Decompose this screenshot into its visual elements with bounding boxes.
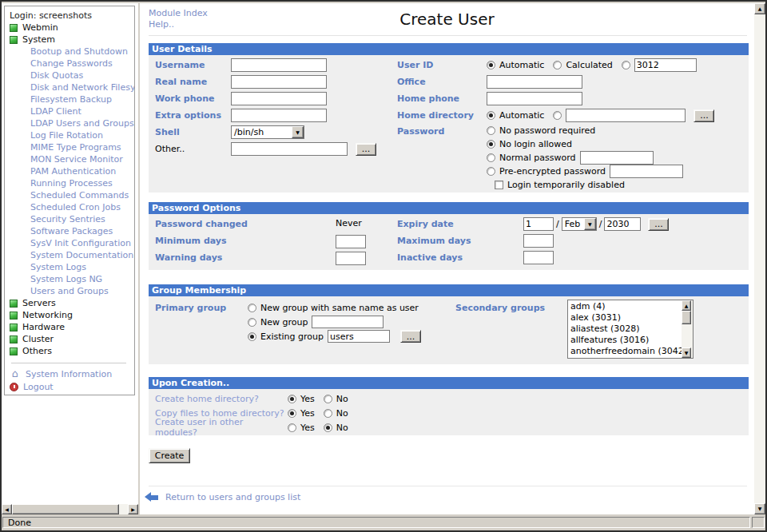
- scrollbar-thumb[interactable]: [682, 311, 691, 324]
- create-in-other-modules-yes-radio[interactable]: [288, 423, 296, 432]
- maximum-days-input[interactable]: [523, 234, 554, 248]
- maximum-days-label: Maximum days: [397, 236, 471, 246]
- return-nav: Return to users and groups list: [145, 492, 300, 502]
- sidebar-item-disk-quotas[interactable]: Disk Quotas: [10, 69, 134, 81]
- group-option[interactable]: anotherfreedomain (3042): [568, 346, 682, 357]
- shell-select[interactable]: /bin/sh ▼: [231, 125, 304, 139]
- home-phone-input[interactable]: [487, 92, 582, 105]
- real-name-input[interactable]: [231, 75, 327, 89]
- sidebar-item-cluster[interactable]: Cluster: [10, 333, 134, 345]
- password-normal-input[interactable]: [580, 151, 654, 165]
- extra-options-input[interactable]: [231, 109, 327, 122]
- new-group-input[interactable]: [312, 316, 384, 328]
- return-link[interactable]: Return to users and groups list: [165, 492, 300, 502]
- create-home-directory-yes-radio[interactable]: [288, 395, 296, 403]
- scrollbar-thumb[interactable]: [12, 504, 119, 514]
- sidebar-item-users-and-groups[interactable]: Users and Groups: [10, 285, 134, 297]
- sidebar-item-log-file-rotation[interactable]: Log File Rotation: [10, 129, 134, 141]
- sidebar-item-label: Webmin: [22, 22, 58, 33]
- user-id-automatic-radio[interactable]: [487, 61, 495, 69]
- copy-files-yes-radio[interactable]: [288, 409, 296, 418]
- expiry-day-input[interactable]: [523, 217, 554, 231]
- scroll-down-button[interactable]: ▼: [682, 347, 691, 358]
- scrollbar-track[interactable]: [119, 504, 128, 514]
- scroll-up-button[interactable]: ▲: [754, 3, 765, 14]
- expiry-date-picker-button[interactable]: ...: [648, 218, 669, 231]
- shell-select-value: /bin/sh: [232, 127, 292, 137]
- create-in-other-modules-no-radio[interactable]: [324, 423, 332, 432]
- password-preencrypted-input[interactable]: [610, 165, 683, 178]
- sidebar-item-disk-and-network-filesystems[interactable]: Disk and Network Filesystems: [10, 81, 134, 93]
- sidebar-item-change-passwords[interactable]: Change Passwords: [10, 58, 134, 69]
- home-directory-automatic-radio[interactable]: [487, 111, 495, 120]
- sidebar-item-servers[interactable]: Servers: [10, 297, 134, 309]
- sidebar-item-webmin[interactable]: Webmin: [10, 22, 134, 34]
- scroll-right-button[interactable]: ▶: [128, 504, 138, 514]
- group-option[interactable]: allfeatures (3016): [568, 335, 682, 346]
- office-input[interactable]: [487, 75, 582, 89]
- username-input[interactable]: [231, 58, 327, 72]
- create-home-directory-no-radio[interactable]: [324, 395, 332, 403]
- sidebar-item-system-documentation[interactable]: System Documentation: [10, 249, 134, 261]
- create-button[interactable]: Create: [149, 448, 190, 463]
- sidebar-item-scheduled-commands[interactable]: Scheduled Commands: [10, 189, 134, 201]
- group-option[interactable]: alex (3031): [568, 312, 682, 324]
- sidebar-item-system[interactable]: System: [10, 34, 134, 46]
- home-directory-input[interactable]: [566, 109, 686, 122]
- copy-files-no-radio[interactable]: [324, 409, 332, 418]
- warning-days-input[interactable]: [336, 252, 366, 265]
- sidebar-item-scheduled-cron-jobs[interactable]: Scheduled Cron Jobs: [10, 201, 134, 213]
- group-option[interactable]: aliastest (3028): [568, 324, 682, 335]
- primary-new-group-radio[interactable]: [248, 318, 256, 327]
- sidebar-item-ldap-users-and-groups[interactable]: LDAP Users and Groups: [10, 117, 134, 129]
- password-preencrypted-radio[interactable]: [487, 167, 495, 176]
- existing-group-browse-button[interactable]: ...: [400, 330, 421, 343]
- work-phone-input[interactable]: [231, 92, 327, 105]
- scroll-down-button[interactable]: ▼: [754, 503, 765, 514]
- sidebar-item-logout[interactable]: Logout: [10, 380, 134, 393]
- home-directory-browse-button[interactable]: ...: [693, 109, 714, 122]
- sidebar-item-bootup-and-shutdown[interactable]: Bootup and Shutdown: [10, 46, 134, 58]
- sidebar-item-networking[interactable]: Networking: [10, 309, 134, 321]
- scroll-up-button[interactable]: ▲: [682, 300, 691, 311]
- home-directory-manual-radio[interactable]: [553, 111, 562, 120]
- scrollbar-track[interactable]: [682, 324, 693, 347]
- existing-group-input[interactable]: [328, 330, 390, 343]
- sidebar-item-running-processes[interactable]: Running Processes: [10, 177, 134, 189]
- category-icon: [10, 347, 18, 355]
- password-normal-radio[interactable]: [487, 153, 495, 162]
- sidebar-item-security-sentries[interactable]: Security Sentries: [10, 213, 134, 225]
- sidebar-item-others[interactable]: Others: [10, 345, 134, 357]
- primary-same-name-radio[interactable]: [248, 304, 256, 312]
- sidebar-item-system-information[interactable]: ⌂ System Information: [10, 367, 134, 380]
- sidebar-item-pam-authentication[interactable]: PAM Authentication: [10, 165, 134, 177]
- group-option[interactable]: adm (4): [568, 301, 682, 312]
- secondary-groups-label: Secondary groups: [455, 303, 545, 313]
- sidebar-item-system-logs-ng[interactable]: System Logs NG: [10, 273, 134, 285]
- user-id-manual-radio[interactable]: [622, 61, 630, 69]
- expiry-month-select[interactable]: Feb ▼: [562, 217, 597, 231]
- sidebar-item-hardware[interactable]: Hardware: [10, 321, 134, 333]
- other-shell-input[interactable]: [231, 142, 348, 156]
- user-id-calculated-radio[interactable]: [553, 61, 562, 69]
- real-name-label: Real name: [155, 77, 231, 87]
- password-no-login-radio[interactable]: [487, 140, 495, 149]
- sidebar-item-software-packages[interactable]: Software Packages: [10, 225, 134, 237]
- resize-grip[interactable]: [752, 517, 765, 528]
- expiry-year-input[interactable]: [604, 217, 641, 231]
- sidebar-item-system-logs[interactable]: System Logs: [10, 261, 134, 273]
- scroll-left-button[interactable]: ◀: [2, 504, 12, 514]
- sidebar-item-mon-service-monitor[interactable]: MON Service Monitor: [10, 153, 134, 165]
- sidebar-item-ldap-client[interactable]: LDAP Client: [10, 105, 134, 117]
- password-none-radio[interactable]: [487, 126, 495, 135]
- other-shell-browse-button[interactable]: ...: [356, 143, 376, 156]
- inactive-days-input[interactable]: [523, 251, 554, 264]
- primary-existing-group-radio[interactable]: [248, 332, 256, 341]
- sidebar-item-filesystem-backup[interactable]: Filesystem Backup: [10, 93, 134, 105]
- login-disabled-checkbox[interactable]: [495, 181, 503, 189]
- user-id-input[interactable]: [634, 58, 697, 72]
- sidebar-item-sysv-init-configuration[interactable]: SysV Init Configuration: [10, 237, 134, 249]
- minimum-days-input[interactable]: [336, 235, 366, 248]
- create-home-directory-label: Create home directory?: [155, 394, 288, 404]
- sidebar-item-mime-type-programs[interactable]: MIME Type Programs: [10, 141, 134, 153]
